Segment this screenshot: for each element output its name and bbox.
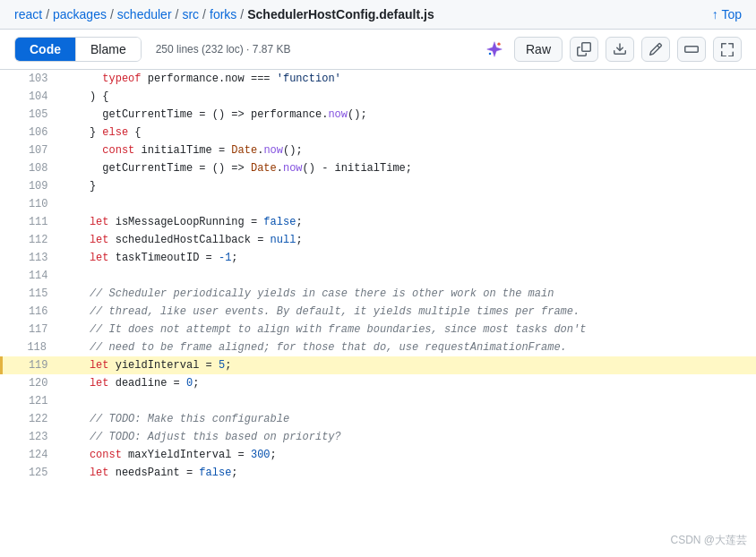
- table-row: 117 // It does not attempt to align with…: [2, 321, 757, 338]
- table-row: 121: [2, 392, 757, 410]
- line-number[interactable]: 124: [9, 446, 63, 464]
- line-content: getCurrentTime = () => performance.now()…: [63, 106, 757, 124]
- breadcrumb-packages[interactable]: packages: [53, 7, 107, 21]
- line-number[interactable]: 116: [9, 303, 63, 321]
- line-number[interactable]: 113: [9, 249, 63, 267]
- line-marker: [2, 195, 9, 213]
- line-content: const maxYieldInterval = 300;: [63, 446, 757, 464]
- line-marker: [2, 356, 9, 374]
- sep5: /: [240, 7, 244, 21]
- line-marker: [2, 70, 9, 88]
- download-button[interactable]: [606, 37, 634, 62]
- line-marker: [2, 141, 9, 159]
- sep3: /: [176, 7, 179, 21]
- line-number[interactable]: 121: [9, 392, 63, 410]
- table-row: 112 let scheduledHostCallback = null;: [2, 231, 757, 249]
- line-marker: [2, 213, 9, 231]
- table-row: 122 // TODO: Make this configurable: [2, 410, 757, 428]
- table-row: 103 typeof performance.now === 'function…: [2, 70, 757, 88]
- table-row: 123 // TODO: Adjust this based on priori…: [2, 428, 757, 446]
- line-marker: [2, 88, 9, 106]
- code-container: 103 typeof performance.now === 'function…: [0, 70, 756, 482]
- sep4: /: [202, 7, 206, 21]
- table-row: 105 getCurrentTime = () => performance.n…: [2, 106, 757, 124]
- table-row: 115 // Scheduler periodically yields in …: [2, 285, 757, 303]
- edit-button[interactable]: [641, 37, 670, 62]
- line-content: let scheduledHostCallback = null;: [63, 231, 757, 249]
- line-number[interactable]: 103: [9, 70, 63, 88]
- table-row: 108 getCurrentTime = () => Date.now() - …: [2, 159, 757, 177]
- line-marker: [2, 285, 9, 303]
- breadcrumb-forks[interactable]: forks: [210, 7, 236, 21]
- line-marker: [2, 249, 9, 267]
- table-row: 119 let yieldInterval = 5;: [2, 356, 757, 374]
- breadcrumb-react[interactable]: react: [14, 7, 42, 21]
- blame-tab[interactable]: Blame: [76, 38, 141, 61]
- line-content: ) {: [63, 88, 757, 106]
- line-number[interactable]: 109: [9, 177, 63, 195]
- table-row: 107 const initialTime = Date.now();: [2, 141, 757, 159]
- line-number[interactable]: 120: [9, 374, 63, 392]
- toolbar-actions: Raw: [482, 37, 742, 62]
- line-content: [63, 392, 757, 410]
- line-number[interactable]: 105: [9, 106, 63, 124]
- line-number[interactable]: 107: [9, 141, 63, 159]
- line-content: // TODO: Make this configurable: [63, 410, 757, 428]
- table-row: 111 let isMessageLoopRunning = false;: [2, 213, 757, 231]
- table-row: 110: [2, 195, 757, 213]
- line-content: getCurrentTime = () => Date.now() - init…: [63, 159, 757, 177]
- line-number[interactable]: 117: [9, 321, 63, 338]
- line-content: // Scheduler periodically yields in case…: [63, 285, 757, 303]
- line-marker: [2, 446, 9, 464]
- svg-point-1: [489, 53, 492, 56]
- file-info: 250 lines (232 loc) · 7.87 KB: [156, 43, 291, 56]
- line-number[interactable]: 104: [9, 88, 63, 106]
- raw-button[interactable]: Raw: [514, 37, 563, 62]
- line-number[interactable]: 114: [9, 267, 63, 285]
- breadcrumb-scheduler[interactable]: scheduler: [117, 7, 172, 21]
- table-row: 106 } else {: [2, 124, 757, 141]
- line-number[interactable]: 108: [9, 159, 63, 177]
- breadcrumb-bar: react / packages / scheduler / src / for…: [0, 0, 756, 30]
- line-number[interactable]: 123: [9, 428, 63, 446]
- line-marker: [2, 464, 9, 482]
- line-number[interactable]: 119: [9, 356, 63, 374]
- line-marker: [2, 177, 9, 195]
- line-number[interactable]: 115: [9, 285, 63, 303]
- line-number[interactable]: 118: [9, 338, 63, 356]
- line-marker: [2, 410, 9, 428]
- line-content: [63, 195, 757, 213]
- code-table: 103 typeof performance.now === 'function…: [0, 70, 756, 482]
- copilot-button[interactable]: [482, 37, 507, 62]
- code-tab[interactable]: Code: [15, 38, 76, 61]
- line-content: } else {: [63, 124, 757, 141]
- expand-button[interactable]: [713, 37, 742, 62]
- line-marker: [2, 321, 9, 338]
- line-marker: [2, 303, 9, 321]
- line-marker: [2, 428, 9, 446]
- table-row: 120 let deadline = 0;: [2, 374, 757, 392]
- line-number[interactable]: 112: [9, 231, 63, 249]
- line-content: // thread, like user events. By default,…: [63, 303, 757, 321]
- sep2: /: [110, 7, 114, 21]
- table-row: 116 // thread, like user events. By defa…: [2, 303, 757, 321]
- line-number[interactable]: 125: [9, 464, 63, 482]
- line-number[interactable]: 110: [9, 195, 63, 213]
- table-row: 125 let needsPaint = false;: [2, 464, 757, 482]
- table-row: 114: [2, 267, 757, 285]
- top-link[interactable]: ↑ Top: [712, 7, 742, 21]
- sep1: /: [46, 7, 49, 21]
- copy-button[interactable]: [570, 37, 598, 62]
- line-number[interactable]: 122: [9, 410, 63, 428]
- line-number[interactable]: 111: [9, 213, 63, 231]
- line-marker: [2, 106, 9, 124]
- table-row: 104 ) {: [2, 88, 757, 106]
- table-row: 118 // need to be frame aligned; for tho…: [2, 338, 757, 356]
- breadcrumb-src[interactable]: src: [182, 7, 199, 21]
- more-options-button[interactable]: [677, 37, 706, 62]
- line-content: let deadline = 0;: [63, 374, 757, 392]
- breadcrumb-filename: SchedulerHostConfig.default.js: [247, 7, 434, 21]
- table-row: 109 }: [2, 177, 757, 195]
- line-number[interactable]: 106: [9, 124, 63, 141]
- line-marker: [2, 124, 9, 141]
